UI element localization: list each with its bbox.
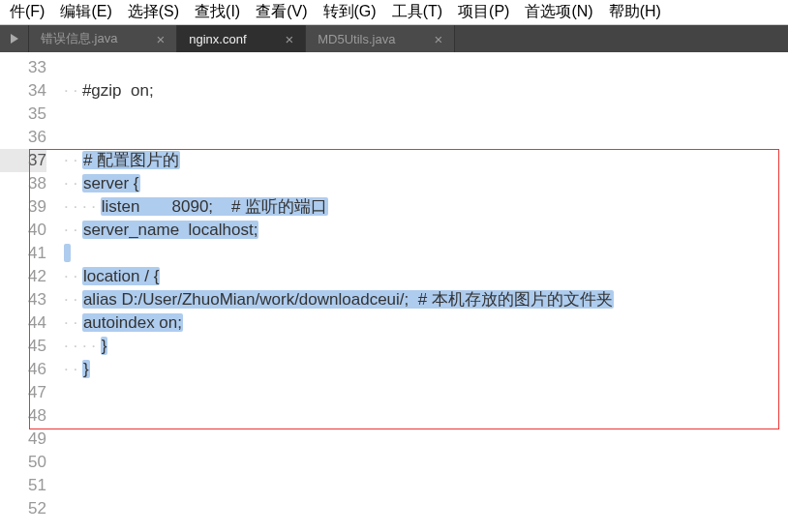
close-icon[interactable]: × bbox=[156, 31, 165, 47]
indent-guide: · · bbox=[64, 360, 82, 378]
code-line[interactable] bbox=[56, 474, 788, 497]
editor-area[interactable]: 3334353637383940414243444546474849505152… bbox=[0, 52, 788, 532]
code-line[interactable] bbox=[56, 404, 788, 428]
line-number: 40 bbox=[0, 219, 46, 242]
code-line[interactable]: · · · · listen 8090; # 监听的端口 bbox=[56, 195, 788, 219]
line-number: 38 bbox=[0, 172, 46, 195]
code-text: location / { bbox=[82, 267, 160, 285]
tab-label: MD5Utils.java bbox=[318, 32, 395, 46]
menu-item-5[interactable]: 转到(G) bbox=[316, 0, 384, 24]
code-line[interactable]: · · location / { bbox=[56, 265, 788, 288]
line-number: 46 bbox=[0, 358, 46, 381]
tab-label: nginx.conf bbox=[189, 32, 246, 46]
menu-item-0[interactable]: 件(F) bbox=[2, 0, 52, 24]
menu-item-9[interactable]: 帮助(H) bbox=[601, 0, 669, 24]
code-text: # 配置图片的 bbox=[82, 151, 180, 169]
indent-guide: · · bbox=[64, 267, 82, 285]
code-line[interactable] bbox=[56, 381, 788, 404]
line-number: 48 bbox=[0, 404, 46, 428]
line-number: 36 bbox=[0, 126, 46, 149]
indent-guide: · · · · bbox=[64, 197, 101, 216]
indent-guide: · · bbox=[64, 81, 82, 100]
menu-item-2[interactable]: 选择(S) bbox=[120, 0, 187, 24]
code-line[interactable] bbox=[56, 451, 788, 474]
indent-guide: · · bbox=[64, 313, 82, 332]
indent-guide: · · bbox=[64, 174, 82, 192]
code-line[interactable]: · · autoindex on; bbox=[56, 311, 788, 335]
code-line[interactable] bbox=[56, 126, 788, 149]
code-line[interactable]: · · #gzip on; bbox=[56, 79, 788, 103]
line-number: 49 bbox=[0, 428, 46, 451]
line-number: 34 bbox=[0, 79, 46, 103]
line-number: 39 bbox=[0, 195, 46, 219]
code-line[interactable]: · · · · } bbox=[56, 335, 788, 358]
indent-guide: · · bbox=[64, 290, 82, 309]
tab-label: 错误信息.java bbox=[41, 30, 117, 47]
menu-bar: 件(F)编辑(E)选择(S)查找(I)查看(V)转到(G)工具(T)项目(P)首… bbox=[0, 0, 788, 25]
indent-guide: · · bbox=[64, 151, 82, 169]
line-number: 35 bbox=[0, 103, 46, 126]
code-text: alias D:/User/ZhuoMian/work/downloadceui… bbox=[82, 290, 614, 309]
play-button[interactable] bbox=[0, 25, 29, 52]
code-line[interactable] bbox=[56, 242, 788, 265]
code-text: } bbox=[101, 337, 108, 355]
line-number: 41 bbox=[0, 242, 46, 265]
menu-item-4[interactable]: 查看(V) bbox=[248, 0, 315, 24]
code-line[interactable]: · · # 配置图片的 bbox=[56, 149, 788, 172]
code-line[interactable]: · · server { bbox=[56, 172, 788, 195]
tab-bar: 错误信息.java×nginx.conf×MD5Utils.java× bbox=[0, 25, 788, 52]
code-text: server { bbox=[82, 174, 140, 192]
code-text: #gzip on; bbox=[82, 81, 154, 100]
code-line[interactable]: · · } bbox=[56, 358, 788, 381]
indent-guide: · · · · bbox=[64, 337, 101, 355]
code-line[interactable] bbox=[56, 56, 788, 79]
line-number: 43 bbox=[0, 288, 46, 311]
code-line[interactable]: · · alias D:/User/ZhuoMian/work/download… bbox=[56, 288, 788, 311]
line-number: 52 bbox=[0, 497, 46, 520]
tab-MD5Utils-java[interactable]: MD5Utils.java× bbox=[306, 25, 455, 52]
tab-错误信息-java[interactable]: 错误信息.java× bbox=[29, 25, 177, 52]
menu-item-1[interactable]: 编辑(E) bbox=[52, 0, 119, 24]
menu-item-7[interactable]: 项目(P) bbox=[450, 0, 517, 24]
close-icon[interactable]: × bbox=[434, 31, 442, 47]
line-number: 51 bbox=[0, 474, 46, 497]
code-line[interactable]: · · server_name localhost; bbox=[56, 219, 788, 242]
code-line[interactable] bbox=[56, 428, 788, 451]
code-line[interactable] bbox=[56, 103, 788, 126]
close-icon[interactable]: × bbox=[286, 31, 294, 47]
line-number-gutter: 3334353637383940414243444546474849505152 bbox=[0, 52, 56, 532]
menu-item-6[interactable]: 工具(T) bbox=[384, 0, 450, 24]
line-number: 44 bbox=[0, 311, 46, 335]
line-number: 37 bbox=[0, 149, 46, 172]
indent-guide: · · bbox=[64, 221, 82, 239]
code-text bbox=[64, 244, 71, 262]
play-icon bbox=[10, 34, 19, 44]
code-text: server_name localhost; bbox=[82, 221, 258, 239]
line-number: 50 bbox=[0, 451, 46, 474]
code-area[interactable]: · · #gzip on;· · # 配置图片的· · server {· · … bbox=[56, 52, 788, 532]
line-number: 33 bbox=[0, 56, 46, 79]
tab-nginx-conf[interactable]: nginx.conf× bbox=[177, 25, 306, 52]
code-line[interactable] bbox=[56, 497, 788, 520]
line-number: 45 bbox=[0, 335, 46, 358]
line-number: 42 bbox=[0, 265, 46, 288]
code-text: autoindex on; bbox=[82, 313, 183, 332]
code-text: listen 8090; # 监听的端口 bbox=[101, 197, 328, 216]
line-number: 47 bbox=[0, 381, 46, 404]
menu-item-3[interactable]: 查找(I) bbox=[187, 0, 248, 24]
code-text: } bbox=[82, 360, 90, 378]
menu-item-8[interactable]: 首选项(N) bbox=[517, 0, 600, 24]
